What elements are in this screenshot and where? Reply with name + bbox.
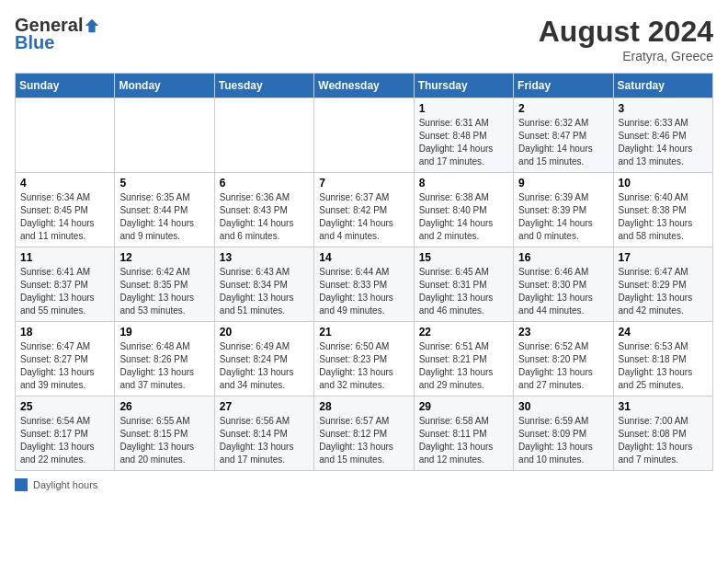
day-info: Sunrise: 6:47 AMSunset: 8:27 PMDaylight:… xyxy=(20,340,109,392)
day-number: 14 xyxy=(319,251,408,264)
calendar-cell xyxy=(314,98,414,173)
day-number: 26 xyxy=(119,400,209,413)
calendar-cell: 16Sunrise: 6:46 AMSunset: 8:30 PMDayligh… xyxy=(514,247,613,322)
day-number: 8 xyxy=(419,177,508,190)
calendar-week-row: 4Sunrise: 6:34 AMSunset: 8:45 PMDaylight… xyxy=(16,173,713,247)
header-day-monday: Monday xyxy=(115,74,214,98)
day-number: 9 xyxy=(518,177,608,190)
day-info: Sunrise: 6:47 AMSunset: 8:29 PMDaylight:… xyxy=(619,266,708,317)
calendar-cell xyxy=(16,98,115,173)
calendar-cell: 12Sunrise: 6:42 AMSunset: 8:35 PMDayligh… xyxy=(115,247,214,322)
day-number: 10 xyxy=(619,177,708,190)
day-number: 17 xyxy=(619,251,708,264)
daylight-color-box xyxy=(15,478,28,491)
day-number: 3 xyxy=(619,102,708,115)
header-day-thursday: Thursday xyxy=(414,74,513,98)
day-info: Sunrise: 7:00 AMSunset: 8:08 PMDaylight:… xyxy=(619,415,708,466)
day-number: 7 xyxy=(319,177,408,190)
calendar-cell: 21Sunrise: 6:50 AMSunset: 8:23 PMDayligh… xyxy=(314,322,414,396)
day-number: 27 xyxy=(220,400,309,413)
calendar-cell: 13Sunrise: 6:43 AMSunset: 8:34 PMDayligh… xyxy=(214,247,313,322)
calendar-cell: 31Sunrise: 7:00 AMSunset: 8:08 PMDayligh… xyxy=(613,396,712,471)
calendar-week-row: 25Sunrise: 6:54 AMSunset: 8:17 PMDayligh… xyxy=(16,396,713,471)
day-info: Sunrise: 6:39 AMSunset: 8:39 PMDaylight:… xyxy=(518,191,608,243)
calendar-cell: 1Sunrise: 6:31 AMSunset: 8:48 PMDaylight… xyxy=(414,98,513,173)
logo-blue-text: Blue xyxy=(15,32,54,53)
calendar-cell: 27Sunrise: 6:56 AMSunset: 8:14 PMDayligh… xyxy=(214,396,313,471)
day-number: 18 xyxy=(20,326,109,339)
calendar-header-row: SundayMondayTuesdayWednesdayThursdayFrid… xyxy=(16,74,713,98)
day-number: 11 xyxy=(20,251,109,264)
day-number: 24 xyxy=(619,326,708,339)
calendar-cell: 8Sunrise: 6:38 AMSunset: 8:40 PMDaylight… xyxy=(414,173,513,247)
day-number: 2 xyxy=(518,102,608,115)
day-info: Sunrise: 6:31 AMSunset: 8:48 PMDaylight:… xyxy=(419,117,508,168)
calendar-cell: 29Sunrise: 6:58 AMSunset: 8:11 PMDayligh… xyxy=(414,396,513,471)
day-info: Sunrise: 6:53 AMSunset: 8:18 PMDaylight:… xyxy=(619,340,708,392)
calendar-cell: 17Sunrise: 6:47 AMSunset: 8:29 PMDayligh… xyxy=(613,247,712,322)
day-number: 15 xyxy=(419,251,508,264)
svg-marker-0 xyxy=(85,18,98,31)
day-number: 23 xyxy=(518,326,608,339)
day-number: 22 xyxy=(419,326,508,339)
page-header: General Blue August 2024 Eratyra, Greece xyxy=(15,15,713,63)
day-info: Sunrise: 6:36 AMSunset: 8:43 PMDaylight:… xyxy=(220,191,309,243)
calendar-cell: 5Sunrise: 6:35 AMSunset: 8:44 PMDaylight… xyxy=(115,173,214,247)
day-info: Sunrise: 6:58 AMSunset: 8:11 PMDaylight:… xyxy=(419,415,508,466)
calendar-cell: 7Sunrise: 6:37 AMSunset: 8:42 PMDaylight… xyxy=(314,173,414,247)
day-info: Sunrise: 6:34 AMSunset: 8:45 PMDaylight:… xyxy=(20,191,109,243)
month-year-title: August 2024 xyxy=(539,15,713,49)
day-number: 5 xyxy=(119,177,209,190)
day-info: Sunrise: 6:54 AMSunset: 8:17 PMDaylight:… xyxy=(20,415,109,466)
calendar-week-row: 11Sunrise: 6:41 AMSunset: 8:37 PMDayligh… xyxy=(16,247,713,322)
daylight-label: Daylight hours xyxy=(33,479,97,490)
day-number: 12 xyxy=(119,251,209,264)
calendar-table: SundayMondayTuesdayWednesdayThursdayFrid… xyxy=(15,73,713,471)
calendar-cell xyxy=(115,98,214,173)
day-number: 13 xyxy=(220,251,309,264)
day-info: Sunrise: 6:56 AMSunset: 8:14 PMDaylight:… xyxy=(220,415,309,466)
calendar-cell: 22Sunrise: 6:51 AMSunset: 8:21 PMDayligh… xyxy=(414,322,513,396)
calendar-cell: 10Sunrise: 6:40 AMSunset: 8:38 PMDayligh… xyxy=(613,173,712,247)
day-info: Sunrise: 6:44 AMSunset: 8:33 PMDaylight:… xyxy=(319,266,408,317)
day-info: Sunrise: 6:41 AMSunset: 8:37 PMDaylight:… xyxy=(20,266,109,317)
calendar-cell xyxy=(214,98,313,173)
day-info: Sunrise: 6:45 AMSunset: 8:31 PMDaylight:… xyxy=(419,266,508,317)
footer: Daylight hours xyxy=(15,478,713,491)
day-number: 4 xyxy=(20,177,109,190)
calendar-cell: 6Sunrise: 6:36 AMSunset: 8:43 PMDaylight… xyxy=(214,173,313,247)
calendar-cell: 4Sunrise: 6:34 AMSunset: 8:45 PMDaylight… xyxy=(16,173,115,247)
day-info: Sunrise: 6:46 AMSunset: 8:30 PMDaylight:… xyxy=(518,266,608,317)
header-day-wednesday: Wednesday xyxy=(314,74,414,98)
day-info: Sunrise: 6:38 AMSunset: 8:40 PMDaylight:… xyxy=(419,191,508,243)
day-info: Sunrise: 6:52 AMSunset: 8:20 PMDaylight:… xyxy=(518,340,608,392)
day-number: 30 xyxy=(518,400,608,413)
day-info: Sunrise: 6:50 AMSunset: 8:23 PMDaylight:… xyxy=(319,340,408,392)
calendar-cell: 20Sunrise: 6:49 AMSunset: 8:24 PMDayligh… xyxy=(214,322,313,396)
day-number: 20 xyxy=(220,326,309,339)
day-number: 19 xyxy=(119,326,209,339)
day-number: 28 xyxy=(319,400,408,413)
day-info: Sunrise: 6:42 AMSunset: 8:35 PMDaylight:… xyxy=(119,266,209,317)
day-info: Sunrise: 6:43 AMSunset: 8:34 PMDaylight:… xyxy=(220,266,309,317)
day-number: 29 xyxy=(419,400,508,413)
calendar-cell: 24Sunrise: 6:53 AMSunset: 8:18 PMDayligh… xyxy=(613,322,712,396)
calendar-cell: 14Sunrise: 6:44 AMSunset: 8:33 PMDayligh… xyxy=(314,247,414,322)
day-number: 6 xyxy=(220,177,309,190)
day-info: Sunrise: 6:49 AMSunset: 8:24 PMDaylight:… xyxy=(220,340,309,392)
day-number: 1 xyxy=(419,102,508,115)
title-section: August 2024 Eratyra, Greece xyxy=(539,15,713,63)
day-info: Sunrise: 6:32 AMSunset: 8:47 PMDaylight:… xyxy=(518,117,608,168)
calendar-cell: 3Sunrise: 6:33 AMSunset: 8:46 PMDaylight… xyxy=(613,98,712,173)
calendar-cell: 9Sunrise: 6:39 AMSunset: 8:39 PMDaylight… xyxy=(514,173,613,247)
calendar-cell: 30Sunrise: 6:59 AMSunset: 8:09 PMDayligh… xyxy=(514,396,613,471)
header-day-sunday: Sunday xyxy=(16,74,115,98)
calendar-cell: 15Sunrise: 6:45 AMSunset: 8:31 PMDayligh… xyxy=(414,247,513,322)
day-info: Sunrise: 6:59 AMSunset: 8:09 PMDaylight:… xyxy=(518,415,608,466)
day-info: Sunrise: 6:40 AMSunset: 8:38 PMDaylight:… xyxy=(619,191,708,243)
header-day-saturday: Saturday xyxy=(613,74,712,98)
day-info: Sunrise: 6:48 AMSunset: 8:26 PMDaylight:… xyxy=(119,340,209,392)
calendar-cell: 28Sunrise: 6:57 AMSunset: 8:12 PMDayligh… xyxy=(314,396,414,471)
day-info: Sunrise: 6:33 AMSunset: 8:46 PMDaylight:… xyxy=(619,117,708,168)
day-info: Sunrise: 6:37 AMSunset: 8:42 PMDaylight:… xyxy=(319,191,408,243)
